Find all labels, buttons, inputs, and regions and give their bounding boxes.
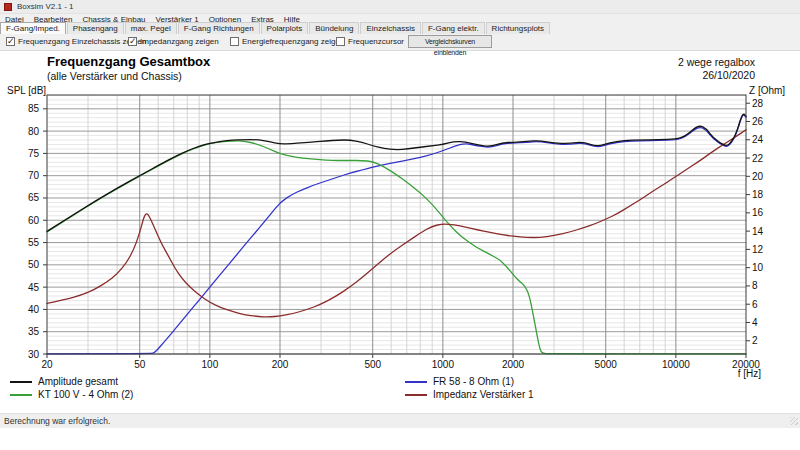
freq-tick-label: 100 (202, 359, 219, 370)
z-tick-label: 18 (752, 189, 764, 200)
legend-line-blue (405, 381, 427, 383)
freq-tick-label: 50 (134, 359, 146, 370)
freq-tick-label: 20 (41, 359, 53, 370)
z-tick-label: 8 (752, 280, 758, 291)
status-bar: Berechnung war erfolgreich. (0, 413, 800, 428)
z-tick-label: 6 (752, 299, 758, 310)
spl-tick-label: 85 (28, 103, 40, 114)
spl-tick-label: 35 (28, 326, 40, 337)
spl-tick-label: 60 (28, 215, 40, 226)
z-tick-label: 14 (752, 226, 764, 237)
z-tick-label: 20 (752, 171, 764, 182)
spl-tick-label: 45 (28, 282, 40, 293)
freq-tick-label: 20000 (732, 359, 760, 370)
legend-line-black (10, 381, 32, 383)
z-tick-label: 24 (752, 134, 764, 145)
spl-tick-label: 30 (28, 349, 40, 360)
spl-tick-label: 80 (28, 126, 40, 137)
legend-item-impedanz: Impedanz Verstärker 1 (405, 388, 534, 401)
legend-label: FR 58 - 8 Ohm (1) (433, 376, 514, 387)
spl-tick-label: 55 (28, 237, 40, 248)
z-tick-label: 22 (752, 153, 764, 164)
legend-item-fr58: FR 58 - 8 Ohm (1) (405, 375, 534, 388)
curve-amplitude-gesamt (47, 114, 746, 231)
z-tick-label: 4 (752, 317, 758, 328)
freq-tick-label: 1000 (432, 359, 455, 370)
spl-tick-label: 75 (28, 148, 40, 159)
z-tick-label: 2 (752, 335, 758, 346)
freq-tick-label: 2000 (502, 359, 525, 370)
legend-line-green (10, 394, 32, 396)
legend-line-darkred (405, 394, 427, 396)
legend-column-left: Amplitude gesamt KT 100 V - 4 Ohm (2) (10, 375, 133, 401)
boxsim-window: Boxsim V2.1 - 1 Datei Bearbeiten Chassis… (0, 0, 800, 450)
spl-tick-label: 65 (28, 192, 40, 203)
z-tick-label: 16 (752, 207, 764, 218)
legend-label: Impedanz Verstärker 1 (433, 389, 534, 400)
freq-tick-label: 10000 (662, 359, 690, 370)
status-message: Berechnung war erfolgreich. (4, 414, 110, 428)
spl-tick-label: 50 (28, 259, 40, 270)
z-tick-label: 28 (752, 98, 764, 109)
resize-grip-icon[interactable] (790, 417, 798, 425)
z-tick-label: 26 (752, 116, 764, 127)
spl-tick-label: 70 (28, 170, 40, 181)
legend-item-kt100: KT 100 V - 4 Ohm (2) (10, 388, 133, 401)
spl-tick-label: 40 (28, 304, 40, 315)
freq-tick-label: 5000 (595, 359, 618, 370)
legend-label: KT 100 V - 4 Ohm (2) (38, 389, 133, 400)
z-tick-label: 12 (752, 244, 764, 255)
freq-tick-label: 200 (272, 359, 289, 370)
legend-item-amplitude-gesamt: Amplitude gesamt (10, 375, 133, 388)
legend-label: Amplitude gesamt (38, 376, 118, 387)
legend-column-right: FR 58 - 8 Ohm (1) Impedanz Verstärker 1 (405, 375, 534, 401)
z-tick-label: 10 (752, 262, 764, 273)
freq-tick-label: 500 (364, 359, 381, 370)
